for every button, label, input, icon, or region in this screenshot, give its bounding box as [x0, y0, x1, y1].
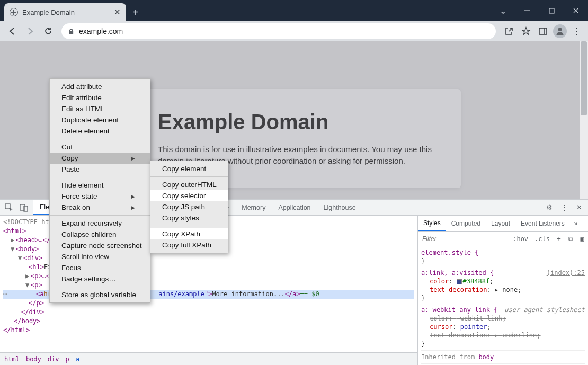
styles-tabs: StylesComputedLayoutEvent Listeners» [418, 216, 588, 232]
page-scrollbar[interactable] [580, 41, 588, 199]
menu-item-copy-element[interactable]: Copy element [150, 163, 228, 174]
menu-item-store-as-global-variable[interactable]: Store as global variable [50, 289, 150, 300]
menu-item-copy-styles[interactable]: Copy styles [150, 212, 228, 224]
computed-styles-icon[interactable]: ⧉ [565, 235, 576, 243]
styles-pane: StylesComputedLayoutEvent Listeners» :ho… [417, 216, 588, 365]
inspect-element-icon[interactable] [3, 202, 15, 213]
tab-title: Example Domain [22, 8, 110, 16]
menu-item-hide-element[interactable]: Hide element [50, 180, 150, 191]
menu-item-edit-attribute[interactable]: Edit attribute [50, 92, 150, 103]
reload-button[interactable] [40, 23, 56, 39]
menu-item-edit-as-html[interactable]: Edit as HTML [50, 103, 150, 114]
menu-item-duplicate-element[interactable]: Duplicate element [50, 114, 150, 126]
device-toolbar-icon[interactable] [18, 202, 30, 213]
devtools-settings-icon[interactable]: ⚙︎ [544, 202, 555, 213]
minimize-button[interactable] [515, 2, 539, 19]
cls-toggle[interactable]: .cls [531, 235, 553, 243]
copy-submenu[interactable]: Copy elementCopy outerHTMLCopy selectorC… [150, 161, 228, 253]
svg-point-6 [558, 28, 562, 31]
styles-tab-layout[interactable]: Layout [486, 216, 515, 231]
menu-item-copy-xpath[interactable]: Copy XPath [150, 228, 228, 239]
menu-item-copy-outerhtml[interactable]: Copy outerHTML [150, 179, 228, 190]
url-field[interactable]: 🔒︎ example.com [61, 23, 496, 39]
styles-tabs-overflow-icon[interactable]: » [570, 216, 582, 231]
menu-item-copy-js-path[interactable]: Copy JS path [150, 201, 228, 212]
back-button[interactable] [4, 23, 20, 39]
maximize-button[interactable] [539, 2, 564, 19]
tab-close-icon[interactable]: ✕ [114, 7, 121, 17]
elements-context-menu[interactable]: Add attributeEdit attributeEdit as HTMLD… [49, 78, 150, 303]
close-window-button[interactable] [564, 2, 588, 19]
menu-item-add-attribute[interactable]: Add attribute [50, 81, 150, 92]
styles-tab-styles[interactable]: Styles [418, 216, 446, 231]
breadcrumb-a[interactable]: a [76, 355, 79, 363]
hov-toggle[interactable]: :hov [510, 235, 531, 243]
devtools-tab-lighthouse[interactable]: Lighthouse [317, 200, 362, 215]
new-style-rule-icon[interactable]: + [553, 235, 565, 243]
menu-item-focus[interactable]: Focus [50, 262, 150, 273]
forward-button[interactable] [22, 23, 38, 39]
url-text: example.com [79, 27, 123, 35]
breadcrumb-html[interactable]: html [4, 355, 20, 363]
menu-item-collapse-children[interactable]: Collapse children [50, 229, 150, 240]
breadcrumb-body[interactable]: body [26, 355, 41, 363]
devtools-close-icon[interactable]: ✕ [573, 202, 585, 213]
globe-icon [10, 8, 18, 16]
styles-filter-row: :hov .cls + ⧉ ▣ [418, 232, 588, 246]
profile-avatar[interactable] [552, 23, 568, 39]
menu-item-break-on[interactable]: Break on [50, 202, 150, 213]
chevron-down-icon[interactable]: ⌄ [491, 2, 515, 19]
styles-filter-input[interactable] [418, 235, 510, 243]
menu-item-copy-selector[interactable]: Copy selector [150, 190, 228, 201]
styles-rules[interactable]: element.style { } a:link, a:visited {(in… [418, 246, 588, 365]
toggle-sidebar-icon[interactable]: ▣ [576, 235, 588, 243]
address-bar: 🔒︎ example.com [0, 21, 588, 41]
svg-rect-8 [20, 204, 25, 210]
menu-item-force-state[interactable]: Force state [50, 191, 150, 202]
menu-item-expand-recursively[interactable]: Expand recursively [50, 218, 150, 229]
breadcrumb-p[interactable]: p [66, 355, 69, 363]
menu-item-badge-settings-[interactable]: Badge settings… [50, 273, 150, 284]
svg-rect-1 [549, 8, 554, 13]
menu-item-capture-node-screenshot[interactable]: Capture node screenshot [50, 240, 150, 251]
menu-item-cut[interactable]: Cut [50, 141, 150, 153]
menu-item-scroll-into-view[interactable]: Scroll into view [50, 251, 150, 262]
browser-tab[interactable]: Example Domain ✕ [4, 3, 126, 21]
menu-item-paste[interactable]: Paste [50, 164, 150, 175]
chrome-menu-button[interactable] [569, 28, 584, 35]
menu-item-copy[interactable]: Copy [50, 153, 150, 164]
devtools-tab-application[interactable]: Application [272, 200, 317, 215]
lock-icon: 🔒︎ [68, 28, 75, 35]
devtools-tab-memory[interactable]: Memory [235, 200, 272, 215]
breadcrumb-div[interactable]: div [48, 355, 59, 363]
menu-item-copy-full-xpath[interactable]: Copy full XPath [150, 239, 228, 251]
menu-item-delete-element[interactable]: Delete element [50, 126, 150, 137]
devtools-more-icon[interactable]: ⋮ [558, 202, 570, 213]
bookmark-star-icon[interactable] [518, 23, 534, 39]
dom-breadcrumb[interactable]: htmlbodydivpa [0, 352, 417, 365]
styles-tab-event-listeners[interactable]: Event Listeners [515, 216, 570, 231]
svg-rect-4 [539, 28, 547, 34]
share-icon[interactable] [501, 23, 517, 39]
styles-tab-computed[interactable]: Computed [446, 216, 486, 231]
side-panel-icon[interactable] [535, 23, 551, 39]
window-titlebar: Example Domain ✕ + ⌄ [0, 0, 588, 21]
new-tab-button[interactable]: + [126, 3, 145, 21]
